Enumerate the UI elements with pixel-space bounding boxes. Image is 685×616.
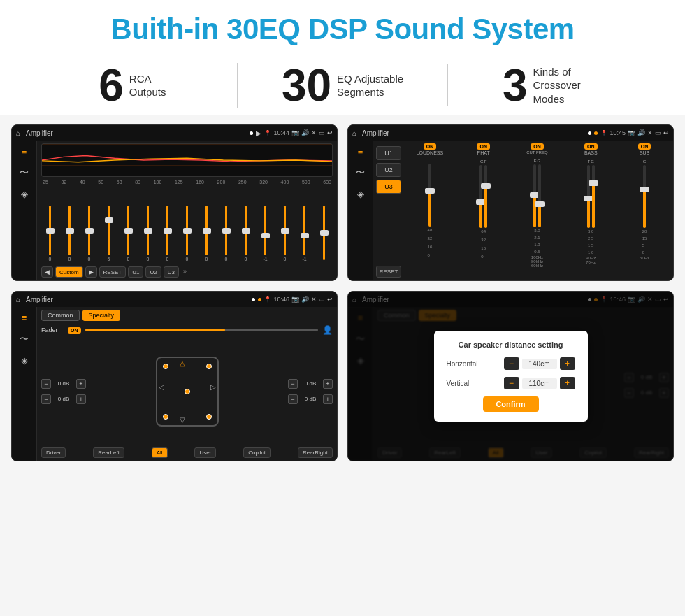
eq-icon-2[interactable]: ≡ bbox=[358, 146, 363, 157]
eq-slider-0[interactable]: 0 bbox=[41, 206, 59, 262]
eq-u1-button[interactable]: U1 bbox=[128, 266, 143, 278]
down-arrow-icon[interactable]: ▽ bbox=[180, 416, 185, 424]
zone-copilot[interactable]: Copilot bbox=[243, 447, 271, 458]
eq-more: » bbox=[181, 266, 189, 278]
stat-eq: 30 EQ Adjustable Segments bbox=[238, 63, 448, 108]
eq-next-button[interactable]: ▶ bbox=[85, 266, 97, 278]
eq-slider-10[interactable]: 0 bbox=[237, 206, 254, 262]
distance-modal: Car speaker distance setting Horizontal … bbox=[434, 331, 588, 422]
zone-rearright[interactable]: RearRight bbox=[298, 447, 333, 458]
fader-slider[interactable] bbox=[85, 329, 319, 331]
speaker-icon[interactable]: ◈ bbox=[21, 189, 28, 199]
speaker-center[interactable] bbox=[185, 389, 190, 394]
person-icon[interactable]: 👤 bbox=[322, 325, 333, 335]
zone-driver[interactable]: Driver bbox=[41, 447, 66, 458]
sub-toggle[interactable]: ON bbox=[638, 143, 651, 150]
home-icon-3[interactable]: ⌂ bbox=[16, 296, 20, 303]
stats-row: 6 RCA Outputs 30 EQ Adjustable Segments … bbox=[0, 53, 685, 115]
eq-prev-button[interactable]: ◀ bbox=[41, 266, 53, 278]
fader-tab-specialty[interactable]: Specialty bbox=[82, 310, 121, 321]
eq-u2-button[interactable]: U2 bbox=[145, 266, 161, 278]
zone-all[interactable]: All bbox=[152, 447, 168, 458]
db-val-3: 0 dB bbox=[299, 396, 322, 402]
db-plus-0[interactable]: + bbox=[76, 379, 86, 389]
db-plus-2[interactable]: + bbox=[323, 379, 333, 389]
vertical-value: 110cm bbox=[522, 378, 557, 389]
horizontal-minus[interactable]: − bbox=[504, 357, 519, 370]
stat-label-crossover: Kinds of Crossover Modes bbox=[533, 65, 603, 106]
speaker-tr[interactable] bbox=[206, 364, 212, 369]
vertical-plus[interactable]: + bbox=[560, 377, 575, 389]
speaker-bl[interactable] bbox=[163, 414, 168, 420]
cross-preset-u3[interactable]: U3 bbox=[376, 180, 401, 194]
vertical-minus[interactable]: − bbox=[504, 377, 519, 389]
speaker-br[interactable] bbox=[206, 414, 212, 420]
confirm-button[interactable]: Confirm bbox=[483, 396, 539, 412]
screen-bar-eq: ⌂ Amplifier ▶ 📍 10:44 📷🔊✕▭↩ bbox=[12, 125, 337, 141]
db-plus-1[interactable]: + bbox=[76, 394, 86, 404]
eq-u3-button[interactable]: U3 bbox=[164, 266, 179, 278]
eq-slider-6[interactable]: 0 bbox=[159, 206, 176, 262]
right-arrow-icon[interactable]: ▷ bbox=[210, 383, 216, 391]
eq-icon[interactable]: ≡ bbox=[22, 146, 27, 157]
eq-labels-row: 25 32 40 50 63 80 100 125 160 200 250 32… bbox=[41, 180, 333, 185]
cross-preset-u2[interactable]: U2 bbox=[376, 163, 401, 177]
left-db-controls: − 0 dB + − 0 dB + bbox=[41, 379, 86, 404]
stat-crossover: 3 Kinds of Crossover Modes bbox=[448, 63, 657, 108]
home-icon[interactable]: ⌂ bbox=[16, 129, 20, 137]
eq-custom-button[interactable]: Custom bbox=[55, 266, 83, 278]
bar-title-crossover: Amplifier bbox=[362, 129, 585, 137]
loudness-toggle[interactable]: ON bbox=[424, 143, 437, 150]
horizontal-plus[interactable]: + bbox=[560, 357, 575, 370]
fader-toggle[interactable]: ON bbox=[68, 327, 81, 334]
horizontal-value: 140cm bbox=[522, 359, 557, 369]
cross-preset-u1[interactable]: U1 bbox=[376, 146, 401, 160]
eq-slider-13[interactable]: -1 bbox=[296, 206, 313, 262]
zone-user[interactable]: User bbox=[194, 447, 216, 458]
wave-icon[interactable]: 〜 bbox=[20, 166, 29, 179]
eq-slider-9[interactable]: 0 bbox=[217, 206, 235, 262]
db-minus-1[interactable]: − bbox=[41, 394, 51, 404]
eq-slider-7[interactable]: 0 bbox=[178, 206, 196, 262]
eq-slider-8[interactable]: 0 bbox=[198, 206, 215, 262]
phat-toggle[interactable]: ON bbox=[477, 143, 490, 150]
fader-tab-common[interactable]: Common bbox=[41, 310, 80, 321]
stat-number-crossover: 3 bbox=[503, 63, 528, 108]
speaker-icon-3[interactable]: ◈ bbox=[21, 355, 28, 366]
eq-icon-3[interactable]: ≡ bbox=[22, 313, 27, 323]
screens-grid: ⌂ Amplifier ▶ 📍 10:44 📷🔊✕▭↩ ≡ 〜 ◈ bbox=[0, 115, 685, 473]
db-plus-3[interactable]: + bbox=[323, 394, 333, 404]
horizontal-label: Horizontal bbox=[447, 360, 478, 368]
wave-icon-2[interactable]: 〜 bbox=[356, 166, 365, 179]
eq-slider-1[interactable]: 0 bbox=[61, 206, 78, 262]
wave-icon-3[interactable]: 〜 bbox=[20, 333, 29, 345]
zone-rearleft[interactable]: RearLeft bbox=[93, 447, 124, 458]
modal-title: Car speaker distance setting bbox=[447, 341, 575, 349]
db-minus-0[interactable]: − bbox=[41, 379, 51, 389]
home-icon-2[interactable]: ⌂ bbox=[352, 129, 356, 137]
cross-channel-cutfreq: ON CUT FREQ F G bbox=[512, 143, 563, 278]
cross-channel-loudness: ON LOUDNESS ~ bbox=[404, 143, 456, 278]
db-minus-2[interactable]: − bbox=[288, 379, 298, 389]
eq-slider-4[interactable]: 0 bbox=[120, 206, 137, 262]
page-title: Buith-in 30EQ DSP Sound System bbox=[14, 13, 671, 46]
cross-reset-button[interactable]: RESET bbox=[376, 266, 401, 278]
side-icons-eq: ≡ 〜 ◈ bbox=[12, 141, 37, 280]
bass-toggle[interactable]: ON bbox=[584, 143, 598, 150]
eq-slider-12[interactable]: 0 bbox=[276, 206, 294, 262]
modal-row-horizontal: Horizontal − 140cm + bbox=[447, 357, 575, 370]
eq-slider-11[interactable]: -1 bbox=[257, 206, 274, 262]
db-row-2: − 0 dB + bbox=[288, 379, 333, 389]
eq-slider-5[interactable]: 0 bbox=[139, 206, 157, 262]
eq-slider-14[interactable] bbox=[315, 206, 333, 262]
speaker-tl[interactable] bbox=[163, 364, 168, 369]
up-arrow-icon[interactable]: △ bbox=[180, 359, 185, 367]
db-minus-3[interactable]: − bbox=[288, 394, 298, 404]
play-icon[interactable]: ▶ bbox=[256, 129, 261, 137]
cutfreq-toggle[interactable]: ON bbox=[531, 143, 544, 150]
eq-reset-button[interactable]: RESET bbox=[99, 266, 127, 278]
eq-slider-2[interactable]: 0 bbox=[80, 206, 98, 262]
eq-slider-3[interactable]: 5 bbox=[100, 206, 117, 262]
speaker-icon-2[interactable]: ◈ bbox=[357, 189, 364, 199]
left-arrow-icon[interactable]: ◁ bbox=[159, 383, 164, 391]
